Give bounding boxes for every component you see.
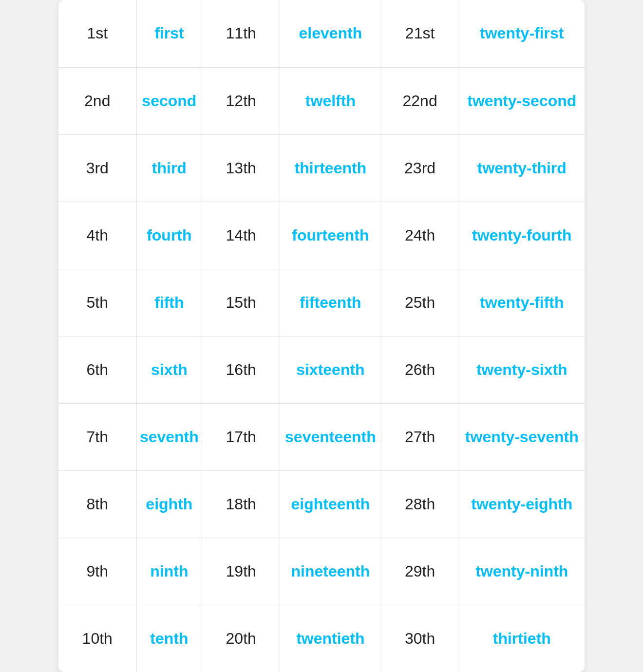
- table-row: 3rd third 13th thirteenth 23rd twenty-th…: [58, 134, 585, 202]
- word-cell: eighteenth: [280, 470, 381, 538]
- ordinal-cell: 19th: [202, 538, 280, 605]
- word-cell: fifteenth: [280, 269, 381, 336]
- word-cell: twenty-seventh: [459, 403, 585, 470]
- word-cell: twenty-fourth: [459, 202, 585, 269]
- word-cell: thirtieth: [459, 605, 585, 672]
- ordinal-cell: 20th: [202, 605, 280, 672]
- ordinal-cell: 21st: [381, 0, 459, 67]
- table-row: 9th ninth 19th nineteenth 29th twenty-ni…: [58, 538, 585, 605]
- ordinal-cell: 16th: [202, 336, 280, 403]
- ordinal-table: 1st first 11th eleventh 21st twenty-firs…: [58, 0, 585, 672]
- word-cell: twenty-sixth: [459, 336, 585, 403]
- table-row: 4th fourth 14th fourteenth 24th twenty-f…: [58, 202, 585, 269]
- word-cell: fifth: [136, 269, 202, 336]
- ordinal-cell: 11th: [202, 0, 280, 67]
- ordinal-cell: 29th: [381, 538, 459, 605]
- ordinal-cell: 8th: [58, 470, 136, 538]
- ordinal-cell: 18th: [202, 470, 280, 538]
- word-cell: ninth: [136, 538, 202, 605]
- ordinal-cell: 13th: [202, 134, 280, 202]
- ordinal-cell: 12th: [202, 67, 280, 134]
- table-row: 5th fifth 15th fifteenth 25th twenty-fif…: [58, 269, 585, 336]
- word-cell: fourteenth: [280, 202, 381, 269]
- word-cell: twenty-eighth: [459, 470, 585, 538]
- word-cell: nineteenth: [280, 538, 381, 605]
- word-cell: twenty-fifth: [459, 269, 585, 336]
- ordinal-cell: 3rd: [58, 134, 136, 202]
- ordinal-cell: 23rd: [381, 134, 459, 202]
- word-cell: twenty-second: [459, 67, 585, 134]
- ordinal-cell: 4th: [58, 202, 136, 269]
- ordinal-cell: 7th: [58, 403, 136, 470]
- table-row: 7th seventh 17th seventeenth 27th twenty…: [58, 403, 585, 470]
- word-cell: twenty-third: [459, 134, 585, 202]
- word-cell: twenty-first: [459, 0, 585, 67]
- ordinal-cell: 2nd: [58, 67, 136, 134]
- word-cell: seventh: [136, 403, 202, 470]
- ordinal-cell: 15th: [202, 269, 280, 336]
- table-row: 2nd second 12th twelfth 22nd twenty-seco…: [58, 67, 585, 134]
- word-cell: twenty-ninth: [459, 538, 585, 605]
- table-row: 8th eighth 18th eighteenth 28th twenty-e…: [58, 470, 585, 538]
- ordinal-cell: 14th: [202, 202, 280, 269]
- word-cell: third: [136, 134, 202, 202]
- table-row: 6th sixth 16th sixteenth 26th twenty-six…: [58, 336, 585, 403]
- ordinal-cell: 27th: [381, 403, 459, 470]
- word-cell: eighth: [136, 470, 202, 538]
- word-cell: sixteenth: [280, 336, 381, 403]
- ordinal-cell: 17th: [202, 403, 280, 470]
- word-cell: thirteenth: [280, 134, 381, 202]
- table-row: 10th tenth 20th twentieth 30th thirtieth: [58, 605, 585, 672]
- ordinal-cell: 9th: [58, 538, 136, 605]
- ordinal-cell: 30th: [381, 605, 459, 672]
- word-cell: eleventh: [280, 0, 381, 67]
- ordinal-cell: 10th: [58, 605, 136, 672]
- word-cell: sixth: [136, 336, 202, 403]
- ordinal-cell: 24th: [381, 202, 459, 269]
- table-row: 1st first 11th eleventh 21st twenty-firs…: [58, 0, 585, 67]
- ordinal-cell: 6th: [58, 336, 136, 403]
- word-cell: first: [136, 0, 202, 67]
- word-cell: seventeenth: [280, 403, 381, 470]
- word-cell: twentieth: [280, 605, 381, 672]
- ordinal-cell: 5th: [58, 269, 136, 336]
- ordinal-cell: 22nd: [381, 67, 459, 134]
- ordinal-cell: 26th: [381, 336, 459, 403]
- ordinal-table-container: 1st first 11th eleventh 21st twenty-firs…: [58, 0, 585, 672]
- ordinal-cell: 28th: [381, 470, 459, 538]
- ordinal-cell: 25th: [381, 269, 459, 336]
- word-cell: twelfth: [280, 67, 381, 134]
- ordinal-cell: 1st: [58, 0, 136, 67]
- word-cell: second: [136, 67, 202, 134]
- word-cell: fourth: [136, 202, 202, 269]
- word-cell: tenth: [136, 605, 202, 672]
